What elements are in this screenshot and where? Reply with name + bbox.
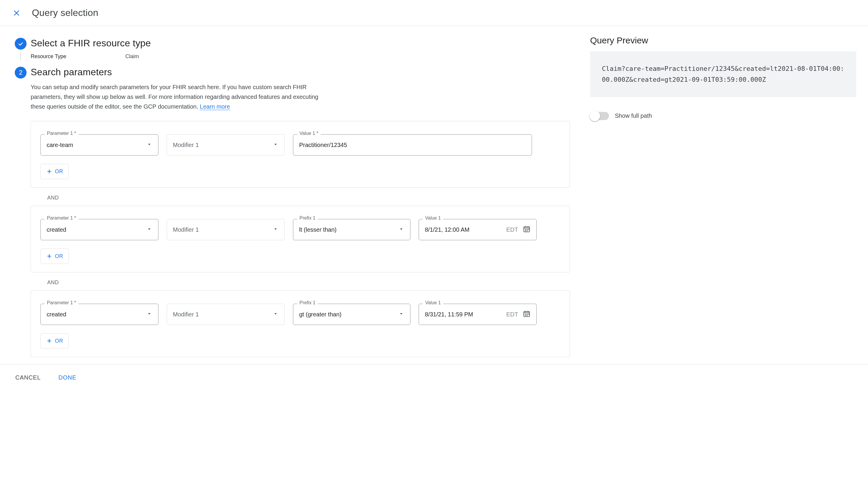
- done-button[interactable]: DONE: [58, 374, 76, 381]
- resource-type-label: Resource Type: [31, 53, 67, 60]
- dialog-footer: CANCEL DONE: [0, 364, 868, 391]
- date-value: 8/31/21, 11:59 PM: [425, 311, 473, 318]
- chevron-down-icon: [273, 311, 278, 318]
- param-select[interactable]: created: [40, 304, 158, 325]
- svg-rect-7: [525, 314, 526, 315]
- prefix-value: gt (greater than): [299, 311, 341, 318]
- modifier-select[interactable]: Modifier 1: [167, 134, 285, 156]
- prefix-select[interactable]: gt (greater than): [293, 304, 410, 325]
- prefix-value: lt (lesser than): [299, 226, 337, 233]
- add-or-button[interactable]: OR: [40, 164, 69, 179]
- close-icon[interactable]: [12, 8, 21, 18]
- step-title-resource: Select a FHIR resource type: [31, 38, 584, 49]
- calendar-icon[interactable]: [523, 225, 531, 234]
- step-title-params: Search parameters: [31, 67, 584, 77]
- svg-rect-4: [527, 230, 527, 231]
- timezone-text: EDT: [506, 311, 518, 318]
- step-connector: [20, 51, 21, 60]
- query-preview-text: Claim?care-team=Practitioner/12345&creat…: [590, 51, 856, 97]
- or-label: OR: [55, 169, 63, 175]
- add-or-button[interactable]: OR: [40, 248, 69, 264]
- modifier-placeholder: Modifier 1: [173, 311, 199, 318]
- date-value: 8/1/21, 12:00 AM: [425, 226, 469, 233]
- chevron-down-icon: [398, 226, 404, 233]
- svg-rect-11: [528, 314, 529, 315]
- dialog-title: Query selection: [32, 8, 98, 18]
- svg-rect-10: [527, 315, 527, 316]
- add-or-button[interactable]: OR: [40, 333, 69, 349]
- or-label: OR: [55, 338, 63, 344]
- param-label: Parameter 1 *: [45, 131, 78, 136]
- value-label: Value 1: [423, 215, 443, 221]
- help-text-body: You can setup and modify search paramete…: [31, 84, 318, 110]
- value-label: Value 1 *: [297, 131, 321, 136]
- help-text: You can setup and modify search paramete…: [31, 82, 326, 112]
- param-label: Parameter 1 *: [45, 215, 78, 221]
- chevron-down-icon: [398, 311, 404, 318]
- and-separator: AND: [47, 280, 584, 286]
- svg-rect-1: [525, 229, 526, 230]
- show-full-path-label: Show full path: [615, 112, 652, 119]
- param-group-2: Parameter 1 * created Modifier 1: [31, 206, 570, 272]
- modifier-select[interactable]: Modifier 1: [167, 219, 285, 240]
- learn-more-link[interactable]: Learn more: [200, 103, 230, 110]
- chevron-down-icon: [146, 226, 152, 233]
- timezone-text: EDT: [506, 226, 518, 233]
- svg-rect-3: [525, 230, 526, 231]
- svg-rect-5: [528, 229, 529, 230]
- step-search-parameters: 2 Search parameters You can setup and mo…: [11, 67, 584, 364]
- prefix-label: Prefix 1: [297, 300, 318, 306]
- param-label: Parameter 1 *: [45, 300, 78, 306]
- modifier-placeholder: Modifier 1: [173, 142, 199, 148]
- resource-type-value: Claim: [126, 53, 139, 60]
- param-group-1: Parameter 1 * care-team Modifier 1: [31, 121, 570, 188]
- modifier-placeholder: Modifier 1: [173, 226, 199, 233]
- query-preview-title: Query Preview: [590, 36, 856, 45]
- prefix-label: Prefix 1: [297, 215, 318, 221]
- dialog-header: Query selection: [0, 0, 868, 26]
- calendar-icon[interactable]: [523, 310, 531, 319]
- prefix-select[interactable]: lt (lesser than): [293, 219, 410, 240]
- svg-rect-9: [525, 315, 526, 316]
- param-select[interactable]: care-team: [40, 134, 158, 156]
- param-group-3: Parameter 1 * created Modifier 1: [31, 290, 570, 357]
- param-value: care-team: [47, 142, 73, 148]
- chevron-down-icon: [146, 141, 152, 149]
- toggle-knob: [590, 111, 600, 121]
- value-label: Value 1: [423, 300, 443, 306]
- svg-rect-2: [527, 229, 527, 230]
- svg-rect-8: [527, 314, 527, 315]
- modifier-select[interactable]: Modifier 1: [167, 304, 285, 325]
- param-select[interactable]: created: [40, 219, 158, 240]
- and-separator: AND: [47, 195, 584, 201]
- or-label: OR: [55, 253, 63, 259]
- cancel-button[interactable]: CANCEL: [15, 374, 41, 381]
- date-input[interactable]: 8/31/21, 11:59 PM EDT: [419, 304, 537, 325]
- step-resource-type: Select a FHIR resource type Resource Typ…: [11, 38, 584, 67]
- param-value: created: [47, 311, 67, 318]
- value-input[interactable]: Practitioner/12345: [293, 134, 532, 156]
- chevron-down-icon: [273, 226, 278, 233]
- step-number-icon: 2: [15, 67, 27, 79]
- value-text: Practitioner/12345: [299, 142, 347, 148]
- show-full-path-toggle[interactable]: [590, 112, 609, 120]
- date-input[interactable]: 8/1/21, 12:00 AM EDT: [419, 219, 537, 240]
- chevron-down-icon: [273, 141, 278, 149]
- chevron-down-icon: [146, 311, 152, 318]
- step-complete-icon: [15, 38, 27, 49]
- param-value: created: [47, 226, 67, 233]
